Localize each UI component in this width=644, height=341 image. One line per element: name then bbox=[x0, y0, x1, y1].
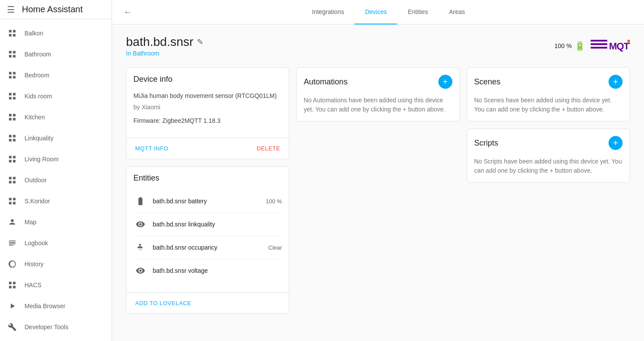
hacs-icon bbox=[7, 280, 18, 290]
sidebar-header: ☰ Home Assistant bbox=[0, 0, 112, 19]
scenes-title: Scenes bbox=[474, 77, 605, 87]
device-info-actions: MQTT INFO DELETE bbox=[126, 138, 289, 159]
entities-card: Entities bath.bd.snsr battery 100 % bath… bbox=[126, 166, 289, 314]
add-script-button[interactable]: + bbox=[609, 136, 623, 150]
add-scene-button[interactable]: + bbox=[609, 75, 623, 89]
automations-body: No Automations have been added using thi… bbox=[297, 92, 459, 121]
sidebar-item-label-bedroom: Bedroom bbox=[24, 72, 49, 79]
sidebar-item-hacs[interactable]: HACS bbox=[0, 275, 112, 296]
device-info-header: Device info bbox=[126, 68, 289, 87]
sidebar-item-label-linkquality: Linkquality bbox=[24, 135, 53, 142]
bedroom-icon bbox=[7, 70, 18, 80]
svg-rect-1 bbox=[591, 43, 607, 45]
sidebar-item-label-hacs: HACS bbox=[24, 282, 42, 289]
svg-rect-4 bbox=[627, 40, 630, 42]
history-icon bbox=[7, 259, 18, 269]
hamburger-icon[interactable]: ☰ bbox=[7, 4, 15, 15]
card-col-1: Device info MiJia human body movement se… bbox=[126, 67, 289, 314]
sidebar-item-history[interactable]: History bbox=[0, 254, 112, 275]
mqtt-info-button[interactable]: MQTT INFO bbox=[130, 142, 174, 155]
scenes-header: Scenes + bbox=[467, 68, 630, 92]
device-info-title: Device info bbox=[133, 75, 282, 84]
card-col-3: Scenes + No Scenes have been added using… bbox=[467, 67, 630, 183]
map-icon bbox=[7, 217, 18, 227]
media-browser-icon bbox=[7, 301, 18, 311]
delete-button[interactable]: DELETE bbox=[252, 142, 286, 155]
occupancy-entity-name: bath.bd.snsr occupancy bbox=[153, 244, 263, 251]
device-header: bath.bd.snsr ✎ In Bathroom 100 % 🔋 bbox=[126, 35, 630, 57]
sidebar-item-developer-tools[interactable]: Developer Tools bbox=[0, 317, 112, 338]
battery-entity-value: 100 % bbox=[266, 198, 282, 205]
sidebar-item-media-browser[interactable]: Media Browser bbox=[0, 296, 112, 317]
battery-indicator: 100 % 🔋 bbox=[554, 41, 585, 51]
sidebar-item-label-developer-tools: Developer Tools bbox=[24, 324, 68, 331]
sidebar-item-linkquality[interactable]: Linkquality bbox=[0, 128, 112, 149]
device-name-text: bath.bd.snsr bbox=[126, 35, 193, 49]
device-meta: 100 % 🔋 MQTT bbox=[554, 38, 630, 54]
entities-title: Entities bbox=[133, 174, 282, 183]
add-to-lovelace-button[interactable]: ADD TO LOVELACE bbox=[130, 296, 196, 310]
tab-areas[interactable]: Areas bbox=[438, 0, 476, 24]
scripts-header: Scripts + bbox=[467, 129, 630, 153]
device-manufacturer: by Xiaomi bbox=[133, 102, 282, 112]
sidebar-item-label-map: Map bbox=[24, 219, 36, 226]
entity-row-battery[interactable]: bath.bd.snsr battery 100 % bbox=[133, 190, 282, 213]
sidebar-item-logbook[interactable]: Logbook bbox=[0, 233, 112, 254]
linkquality-entity-icon bbox=[133, 217, 147, 231]
nav-tabs: IntegrationsDevicesEntitiesAreas bbox=[140, 0, 637, 24]
sidebar-item-label-living-room: Living Room bbox=[24, 156, 59, 163]
add-automation-button[interactable]: + bbox=[438, 75, 452, 89]
card-col-2: Automations + No Automations have been a… bbox=[296, 67, 459, 122]
battery-entity-icon bbox=[133, 194, 147, 208]
sidebar-item-bedroom[interactable]: Bedroom bbox=[0, 65, 112, 86]
entities-body: bath.bd.snsr battery 100 % bath.bd.snsr … bbox=[126, 186, 289, 289]
logbook-icon bbox=[7, 238, 18, 248]
entities-header: Entities bbox=[126, 167, 289, 186]
scripts-empty-text: No Scripts have been added using this de… bbox=[474, 157, 623, 175]
entity-row-voltage[interactable]: bath.bd.snsr voltage bbox=[133, 259, 282, 282]
main-content: ← IntegrationsDevicesEntitiesAreas bath.… bbox=[112, 0, 644, 341]
scenes-body: No Scenes have been added using this dev… bbox=[467, 92, 630, 121]
back-button[interactable]: ← bbox=[119, 3, 136, 21]
scenes-empty-text: No Scenes have been added using this dev… bbox=[474, 96, 623, 114]
tab-entities[interactable]: Entities bbox=[397, 0, 438, 24]
voltage-entity-name: bath.bd.snsr voltage bbox=[153, 267, 282, 274]
sidebar-nav: Balkon Bathroom Bedroom Kids room Kitche… bbox=[0, 19, 112, 341]
sidebar-item-label-history: History bbox=[24, 261, 44, 268]
automations-title: Automations bbox=[304, 77, 434, 87]
device-name-row: bath.bd.snsr ✎ bbox=[126, 35, 554, 49]
sidebar-item-label-balkon: Balkon bbox=[24, 30, 43, 37]
cards-grid: Device info MiJia human body movement se… bbox=[126, 67, 630, 314]
sidebar-item-living-room[interactable]: Living Room bbox=[0, 149, 112, 170]
scripts-body: No Scripts have been added using this de… bbox=[467, 153, 630, 182]
scripts-title: Scripts bbox=[474, 139, 605, 148]
sidebar-item-kitchen[interactable]: Kitchen bbox=[0, 107, 112, 128]
sidebar-item-bathroom[interactable]: Bathroom bbox=[0, 44, 112, 65]
sidebar-item-map[interactable]: Map bbox=[0, 212, 112, 233]
linkquality-icon bbox=[7, 133, 18, 143]
svg-rect-2 bbox=[591, 47, 607, 49]
entity-row-linkquality[interactable]: bath.bd.snsr linkquality bbox=[133, 213, 282, 236]
svg-text:MQTT: MQTT bbox=[609, 41, 630, 52]
sidebar-item-s-koridor[interactable]: S.Koridor bbox=[0, 191, 112, 212]
mqtt-logo-svg: MQTT bbox=[591, 38, 630, 54]
tab-devices[interactable]: Devices bbox=[354, 0, 397, 24]
entities-actions: ADD TO LOVELACE bbox=[126, 292, 289, 313]
living-room-icon bbox=[7, 154, 18, 164]
device-info-card: Device info MiJia human body movement se… bbox=[126, 67, 289, 159]
sidebar: ☰ Home Assistant Balkon Bathroom Bedroom… bbox=[0, 0, 112, 341]
tab-integrations[interactable]: Integrations bbox=[301, 0, 354, 24]
sidebar-item-label-outdoor: Outdoor bbox=[24, 177, 47, 184]
device-info-body: MiJia human body movement sensor (RTCGQ0… bbox=[126, 87, 289, 134]
occupancy-entity-value: Clear bbox=[268, 244, 282, 251]
battery-icon: 🔋 bbox=[574, 41, 585, 51]
sidebar-item-kids-room[interactable]: Kids room bbox=[0, 86, 112, 107]
entity-row-occupancy[interactable]: bath.bd.snsr occupancy Clear bbox=[133, 236, 282, 259]
sidebar-item-balkon[interactable]: Balkon bbox=[0, 23, 112, 44]
sidebar-item-outdoor[interactable]: Outdoor bbox=[0, 170, 112, 191]
device-location[interactable]: In Bathroom bbox=[126, 50, 554, 57]
sidebar-item-label-s-koridor: S.Koridor bbox=[24, 198, 50, 205]
edit-device-icon[interactable]: ✎ bbox=[197, 37, 203, 47]
app-title: Home Assistant bbox=[22, 4, 83, 14]
sidebar-item-label-bathroom: Bathroom bbox=[24, 51, 51, 58]
